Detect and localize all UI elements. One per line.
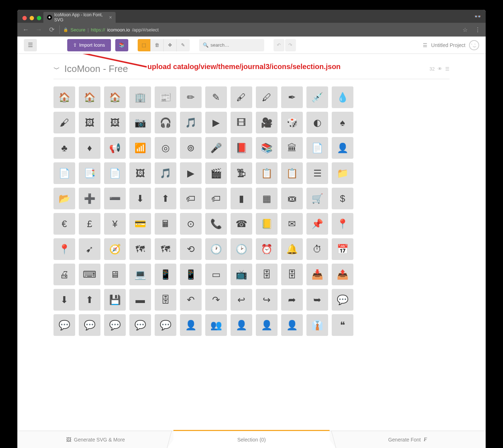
- edit-tool[interactable]: ✎: [177, 39, 190, 51]
- icon-droplet[interactable]: 💧: [332, 86, 353, 108]
- minimize-icon[interactable]: [30, 16, 34, 20]
- icon-coin-yen[interactable]: ¥: [104, 213, 126, 235]
- icon-user-check[interactable]: 👤: [281, 314, 303, 336]
- icon-clubs[interactable]: ♣: [53, 137, 75, 159]
- import-icons-button[interactable]: ⇪ Import Icons: [67, 39, 111, 51]
- icon-coin-pound[interactable]: £: [79, 213, 100, 235]
- redo-button[interactable]: ↷: [285, 39, 296, 51]
- icon-quotes-left[interactable]: ❝: [332, 314, 353, 336]
- icon-undo[interactable]: ↶: [180, 289, 202, 311]
- icon-music[interactable]: 🎵: [180, 112, 202, 133]
- icon-address-book[interactable]: 📒: [256, 213, 278, 235]
- icon-display[interactable]: 🖥: [104, 264, 126, 285]
- icon-laptop[interactable]: 💻: [129, 264, 151, 285]
- icon-bell[interactable]: 🔔: [281, 238, 303, 260]
- icon-mobile[interactable]: 📱: [155, 264, 176, 285]
- icon-map[interactable]: 🗺: [129, 238, 151, 260]
- generate-font-button[interactable]: Generate Font F: [330, 431, 486, 448]
- icon-location2[interactable]: 📍: [53, 238, 75, 260]
- icon-tv[interactable]: 📺: [231, 264, 252, 285]
- icon-barcode[interactable]: ▮: [231, 188, 252, 209]
- icon-office[interactable]: 🏢: [129, 86, 151, 108]
- icon-user[interactable]: 👤: [180, 314, 202, 336]
- undo-button[interactable]: ↶: [274, 39, 284, 51]
- icon-blog[interactable]: ✒: [281, 86, 303, 108]
- icon-home3[interactable]: 🏠: [104, 86, 126, 108]
- icon-pushpin[interactable]: 📌: [306, 213, 328, 235]
- icon-bubble2[interactable]: 💬: [104, 314, 126, 336]
- chevron-down-icon[interactable]: ﹀: [53, 65, 60, 73]
- hamburger-button[interactable]: ☰: [24, 39, 37, 51]
- icon-eyedropper[interactable]: 💉: [306, 86, 328, 108]
- close-tab-icon[interactable]: ×: [109, 14, 112, 20]
- reload-button[interactable]: ⟳: [46, 26, 57, 34]
- icon-mic[interactable]: 🎤: [205, 137, 227, 159]
- icon-qrcode[interactable]: ▦: [256, 188, 278, 209]
- icon-drawer[interactable]: 🗄: [256, 264, 278, 285]
- icon-podcast[interactable]: ◎: [155, 137, 176, 159]
- icon-file-music[interactable]: 🎵: [155, 162, 176, 184]
- search-input[interactable]: [211, 42, 261, 48]
- icon-drawer2[interactable]: 🗄: [281, 264, 303, 285]
- icon-envelop[interactable]: ✉: [281, 213, 303, 235]
- icon-user-minus[interactable]: 👤: [256, 314, 278, 336]
- icon-paint-format[interactable]: 🖌: [53, 112, 75, 133]
- icon-coin-euro[interactable]: €: [53, 213, 75, 235]
- select-tool[interactable]: ⬚: [138, 39, 151, 51]
- icon-bubble[interactable]: 💬: [332, 289, 353, 311]
- icon-file-text[interactable]: 📄: [306, 137, 328, 159]
- icon-file-zip[interactable]: 🗜: [231, 162, 252, 184]
- icon-redo[interactable]: ↷: [205, 289, 227, 311]
- face-icon[interactable]: [469, 40, 479, 50]
- icon-folder-download[interactable]: ⬇: [129, 188, 151, 209]
- icon-undo2[interactable]: ↩: [231, 289, 252, 311]
- icon-file-video[interactable]: 🎬: [205, 162, 227, 184]
- icon-images[interactable]: 🖼: [104, 112, 126, 133]
- icon-pencil2[interactable]: ✎: [205, 86, 227, 108]
- icon-files-empty[interactable]: 📑: [79, 162, 100, 184]
- icon-diamonds[interactable]: ♦: [79, 137, 100, 159]
- icon-cart[interactable]: 🛒: [306, 188, 328, 209]
- forward-button[interactable]: →: [33, 26, 44, 34]
- icon-book[interactable]: 📕: [231, 137, 252, 159]
- icon-camera[interactable]: 📷: [129, 112, 151, 133]
- icon-stack[interactable]: ☰: [306, 162, 328, 184]
- icon-folder-minus[interactable]: ➖: [104, 188, 126, 209]
- icon-newspaper[interactable]: 📰: [155, 86, 176, 108]
- set-header[interactable]: ﹀ IcoMoon - Free 32 👁 ☰: [53, 63, 450, 79]
- icon-lifebuoy[interactable]: ⊙: [180, 213, 202, 235]
- icon-users[interactable]: 👥: [205, 314, 227, 336]
- icon-stopwatch[interactable]: ⏱: [306, 238, 328, 260]
- icon-feed[interactable]: ⊚: [180, 137, 202, 159]
- icon-file-empty[interactable]: 📄: [53, 162, 75, 184]
- icon-compass[interactable]: ➹: [79, 238, 100, 260]
- icon-bubbles4[interactable]: 💬: [155, 314, 176, 336]
- icon-download[interactable]: ⬇: [53, 289, 75, 311]
- icon-keyboard[interactable]: ⌨: [79, 264, 100, 285]
- icon-connection[interactable]: 📶: [129, 137, 151, 159]
- icon-phone[interactable]: 📞: [205, 213, 227, 235]
- icon-forward[interactable]: ➦: [281, 289, 303, 311]
- icon-books[interactable]: 📚: [256, 137, 278, 159]
- icon-calculator[interactable]: 🖩: [155, 213, 176, 235]
- icon-box-add[interactable]: 📥: [306, 264, 328, 285]
- icon-redo2[interactable]: ↪: [256, 289, 278, 311]
- project-title[interactable]: Untitled Project: [431, 42, 465, 48]
- icon-calendar[interactable]: 📅: [332, 238, 353, 260]
- icon-drive[interactable]: ▬: [129, 289, 151, 311]
- icon-bullhorn[interactable]: 📢: [104, 137, 126, 159]
- icon-home2[interactable]: 🏠: [79, 86, 100, 108]
- icon-play[interactable]: ▶: [205, 112, 227, 133]
- icon-coin-dollar[interactable]: $: [332, 188, 353, 209]
- icon-map2[interactable]: 🗺: [155, 238, 176, 260]
- icon-bubbles2[interactable]: 💬: [79, 314, 100, 336]
- close-icon[interactable]: [22, 16, 27, 20]
- icon-mobile2[interactable]: 📱: [180, 264, 202, 285]
- icon-history[interactable]: ⟲: [180, 238, 202, 260]
- icon-film[interactable]: 🎞: [231, 112, 252, 133]
- icon-price-tags[interactable]: 🏷: [205, 188, 227, 209]
- bookmark-icon[interactable]: ☆: [460, 26, 470, 33]
- icon-pen[interactable]: 🖊: [256, 86, 278, 108]
- icon-clock[interactable]: 🕐: [205, 238, 227, 260]
- icon-printer[interactable]: 🖨: [53, 264, 75, 285]
